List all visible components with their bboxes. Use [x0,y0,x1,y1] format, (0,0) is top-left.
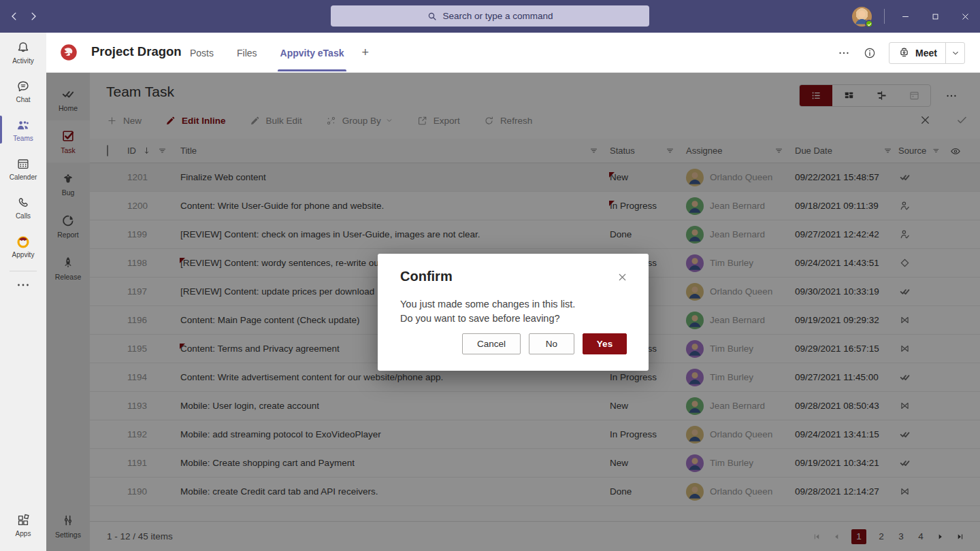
sidebar-item-label: Chat [16,96,30,103]
channel-header: Project Dragon Posts Files Appvity eTask… [46,33,980,73]
forward-button[interactable] [27,10,39,22]
meet-button-group: Meet [889,42,965,64]
calendar-icon [16,156,31,171]
sidebar-item-calls[interactable]: Calls [0,188,46,227]
dialog-message: You just made some changes in this list.… [400,297,575,326]
apps-icon [16,513,31,528]
info-icon[interactable] [863,46,877,60]
sidebar-item-label: Calender [10,173,37,181]
meet-dropdown-button[interactable] [945,43,964,63]
meet-label: Meet [915,48,937,59]
appvity-icon [16,234,31,249]
meet-button[interactable]: Meet [889,46,945,59]
more-options-icon[interactable] [837,46,851,60]
team-logo [59,42,79,63]
minimize-icon [900,12,911,22]
channel-tabs: Posts Files Appvity eTask + [189,33,369,73]
bell-icon [16,40,31,55]
tab-files[interactable]: Files [235,35,259,71]
app-rail-items: Activity Chat Teams Calender Calls Appvi… [0,33,46,265]
teams-window: Search or type a command Project Dragon … [0,0,980,551]
camera-icon [898,46,911,59]
yes-button[interactable]: Yes [583,333,627,354]
no-button[interactable]: No [529,333,574,354]
search-icon [427,11,438,22]
sidebar-item-label: Appvity [12,251,35,258]
sidebar-item-teams[interactable]: Teams [0,110,46,149]
teams-icon [16,118,31,133]
titlebar-divider [884,9,885,24]
sidebar-item-label: Teams [13,135,33,142]
close-icon [960,12,970,22]
sidebar-item-chat[interactable]: Chat [0,71,46,110]
app-rail: Activity Chat Teams Calender Calls Appvi… [0,33,46,551]
close-button[interactable] [950,0,980,33]
maximize-icon [930,12,941,22]
search-placeholder: Search or type a command [442,11,553,21]
search-input[interactable]: Search or type a command [331,5,649,27]
tab-posts[interactable]: Posts [189,35,215,71]
dialog-title: Confirm [400,269,453,284]
titlebar: Search or type a command [0,0,980,33]
presence-badge [865,20,873,28]
team-name: Project Dragon [91,44,182,59]
maximize-button[interactable] [920,0,950,33]
rail-divider [10,271,37,271]
add-tab-button[interactable]: + [361,46,369,60]
chat-icon [16,79,31,94]
back-button[interactable] [8,10,20,22]
titlebar-right [852,0,980,33]
confirm-dialog: Confirm You just made some changes in th… [378,254,649,371]
tab-appvity-etask[interactable]: Appvity eTask [279,35,346,71]
header-actions: Meet [837,33,965,73]
minimize-button[interactable] [890,0,920,33]
sidebar-item-label: Calls [16,212,31,220]
history-nav [8,10,39,22]
more-apps-icon[interactable] [15,277,31,293]
dialog-close-icon[interactable] [617,271,628,283]
cancel-button[interactable]: Cancel [462,333,521,354]
sidebar-item-appvity[interactable]: Appvity [0,227,46,265]
chevron-down-icon [951,48,960,58]
sidebar-item-apps[interactable]: Apps [0,505,46,544]
dialog-buttons: Cancel No Yes [462,333,627,354]
sidebar-item-label: Apps [16,530,31,537]
sidebar-item-label: Activity [12,57,34,65]
phone-icon [16,195,31,210]
user-avatar[interactable] [852,7,872,27]
sidebar-item-calender[interactable]: Calender [0,149,46,188]
sidebar-item-activity[interactable]: Activity [0,33,46,71]
